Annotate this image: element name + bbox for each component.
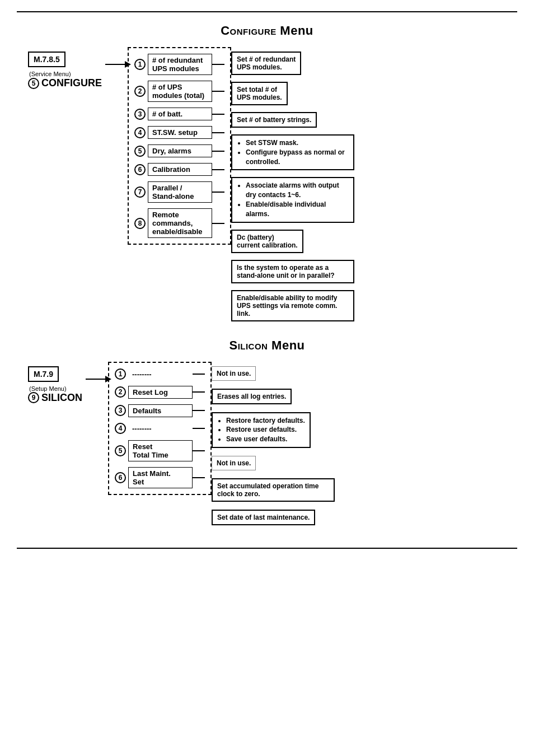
silicon-desc-5-box: Set accumulated operation time clock to … [212,478,335,502]
configure-item-6-connector [212,169,224,170]
silicon-item-2-connector [193,391,205,393]
configure-desc-5-box: Associate alarms with output dry contact… [231,177,354,222]
silicon-desc-5: Set accumulated operation time clock to … [212,478,335,502]
configure-service-label: (Service Menu) [29,71,71,77]
configure-desc-8: Enable/disable ability to modify UPS set… [231,290,354,321]
silicon-item-1-num: 1 [115,368,126,380]
silicon-menu-ref: M.7.9 [28,366,59,382]
configure-item-7-num: 7 [134,186,146,198]
configure-item-2-connector [212,91,224,92]
silicon-title: Silicon Menu [17,338,517,353]
silicon-label: 9 SILICON [28,392,82,404]
configure-item-1-num: 1 [134,59,146,70]
configure-arrow [105,47,125,65]
silicon-desc-2-box: Erases all log entries. [212,389,292,404]
configure-descriptions: Set # of redundantUPS modules. Set total… [231,47,354,321]
silicon-item-3: 3 Defaults [115,404,205,417]
configure-item-3-connector [212,114,224,115]
configure-item-3-label: # of batt. [148,108,212,120]
silicon-desc-3: Restore factory defaults. Restore user d… [212,412,335,448]
configure-item-3-num: 3 [134,109,146,120]
configure-item-8-num: 8 [134,218,146,229]
configure-label: 5 CONFIGURE [28,77,102,89]
silicon-arrow-line [86,379,106,380]
configure-desc-7: Is the system to operate as a stand-alon… [231,260,354,283]
configure-desc-5: Associate alarms with output dry contact… [231,177,354,222]
silicon-item-6-label: Last Maint.Set [128,467,193,488]
silicon-desc-1-box: Not in use. [212,366,256,381]
configure-item-8-label: Remotecommands,enable/disable [148,208,212,238]
silicon-desc-4: Not in use. [212,456,335,470]
silicon-desc-6: Set date of last maintenance. [212,510,335,525]
silicon-item-5-label: ResetTotal Time [128,440,193,461]
silicon-left-panel: M.7.9 (Setup Menu) 9 SILICON [28,362,82,404]
configure-section: Configure Menu M.7.8.5 (Service Menu) 5 … [17,24,517,321]
configure-item-5: 5 Dry, alarms [134,144,224,157]
silicon-item-6-connector [193,477,205,478]
page: Configure Menu M.7.8.5 (Service Menu) 5 … [0,0,534,756]
configure-desc-2-box: Set total # ofUPS modules. [231,82,288,105]
configure-left-panel: M.7.8.5 (Service Menu) 5 CONFIGURE [28,47,102,89]
silicon-item-4-label: -------- [128,423,193,435]
configure-item-4-label: ST.SW. setup [148,126,212,139]
configure-desc-2: Set total # ofUPS modules. [231,82,354,105]
configure-title: Configure Menu [17,24,517,38]
configure-desc-1-box: Set # of redundantUPS modules. [231,52,301,75]
configure-item-2-num: 2 [134,86,146,97]
configure-arrow-line [105,64,125,65]
configure-item-8: 8 Remotecommands,enable/disable [134,208,224,238]
configure-item-6-label: Calibration [148,163,212,176]
configure-item-6: 6 Calibration [134,163,224,176]
configure-item-3: 3 # of batt. [134,108,224,120]
configure-item-2-label: # of UPSmodules (total) [148,81,212,102]
configure-item-7-connector [212,192,224,193]
configure-item-5-connector [212,151,224,152]
configure-desc-8-box: Enable/disable ability to modify UPS set… [231,290,354,321]
configure-desc-3-box: Set # of battery strings. [231,112,317,128]
silicon-item-6: 6 Last Maint.Set [115,467,205,488]
configure-menu-ref: M.7.8.5 [28,52,65,67]
silicon-circle-num: 9 [28,392,39,403]
silicon-title-smallcaps: Silicon [229,338,268,352]
silicon-desc-4-box: Not in use. [212,456,256,470]
silicon-arrow [86,362,106,380]
configure-item-5-num: 5 [134,146,146,157]
silicon-item-3-label: Defaults [128,404,193,417]
silicon-item-6-num: 6 [115,472,126,483]
configure-desc-7-box: Is the system to operate as a stand-alon… [231,260,354,283]
silicon-item-5-num: 5 [115,445,126,456]
configure-item-1-label: # of redundantUPS modules [148,54,212,75]
configure-item-5-label: Dry, alarms [148,144,212,157]
configure-arrowhead [125,61,131,68]
silicon-item-2-label: Reset Log [128,386,193,399]
silicon-item-1-label: -------- [128,368,193,380]
configure-circle-num: 5 [28,78,39,89]
configure-desc-1: Set # of redundantUPS modules. [231,52,354,75]
configure-desc-4-box: Set STSW mask. Configure bypass as norma… [231,134,354,170]
configure-item-6-num: 6 [134,164,146,175]
silicon-item-4-connector [193,428,205,429]
configure-item-2: 2 # of UPSmodules (total) [134,81,224,102]
silicon-item-1-connector [193,374,205,375]
configure-item-1: 1 # of redundantUPS modules [134,54,224,75]
silicon-arrowhead [105,376,111,382]
configure-desc-6-box: Dc (battery)current calibration. [231,230,303,253]
silicon-item-2: 2 Reset Log [115,386,205,399]
configure-item-7-label: Parallel /Stand-alone [148,181,212,203]
configure-desc-4: Set STSW mask. Configure bypass as norma… [231,134,354,170]
configure-item-1-connector [212,64,224,65]
silicon-desc-6-box: Set date of last maintenance. [212,510,315,525]
configure-desc-6: Dc (battery)current calibration. [231,230,354,253]
silicon-item-2-num: 2 [115,386,126,398]
silicon-item-4-num: 4 [115,423,126,434]
configure-item-4-connector [212,132,224,133]
configure-item-4-num: 4 [134,127,146,138]
configure-item-7: 7 Parallel /Stand-alone [134,181,224,203]
silicon-dashed-box: 1 -------- 2 Reset Log 3 Defaults [108,362,212,495]
silicon-item-1: 1 -------- [115,368,205,380]
configure-item-8-connector [212,223,224,224]
silicon-desc-3-box: Restore factory defaults. Restore user d… [212,412,311,448]
silicon-desc-1: Not in use. [212,366,335,381]
configure-dashed-box: 1 # of redundantUPS modules 2 # of UPSmo… [128,47,231,245]
silicon-item-3-num: 3 [115,405,126,416]
